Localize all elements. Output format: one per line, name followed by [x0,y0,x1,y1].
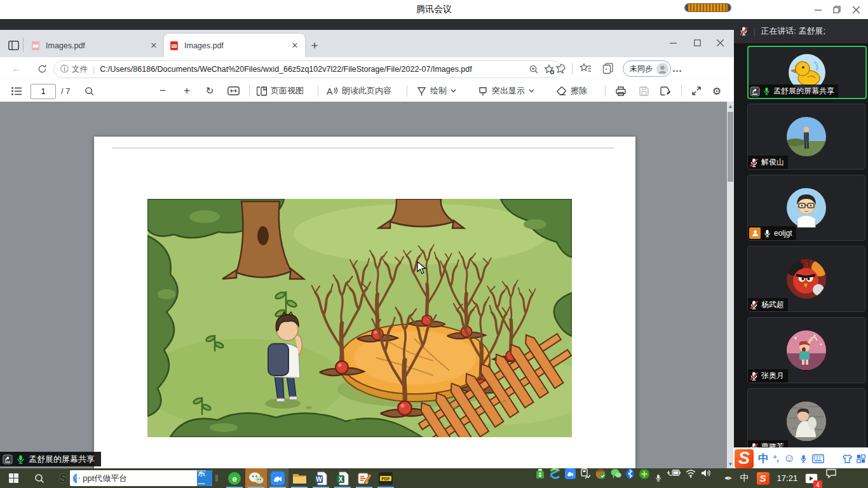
tray-wifi-icon[interactable] [685,468,696,488]
refresh-icon[interactable] [33,60,51,78]
collections-icon[interactable] [602,63,614,74]
taskbar-app-file-explorer[interactable] [288,468,310,488]
taskbar-app-tencent-meeting[interactable] [267,468,288,488]
mic-muted-icon[interactable] [739,26,749,36]
pdf-content-area[interactable] [0,102,727,468]
save-icon[interactable] [634,82,653,100]
screen-share-banner[interactable]: 孟舒展的屏幕共享 [0,452,101,466]
taskbar-search-icon[interactable] [27,468,52,488]
participant-tile[interactable]: 张奥月 [747,317,865,383]
tray-speaker-icon[interactable] [701,468,712,488]
info-icon[interactable]: ⓘ [60,64,69,75]
erase-button[interactable]: 擦除 [557,82,587,100]
meeting-minimize-button[interactable] [808,2,827,17]
zoom-page-icon[interactable] [529,64,539,74]
tray-usb-eject-icon[interactable] [580,468,590,488]
save-as-icon[interactable] [656,82,675,100]
tray-microphone-icon[interactable] [654,468,662,488]
tray-360-antivirus-icon[interactable] [639,468,650,488]
tray-usb-drive-icon[interactable] [536,468,545,488]
favorites-list-icon[interactable] [580,63,592,74]
fullscreen-icon[interactable] [688,82,705,100]
voice-input-icon[interactable] [799,454,808,464]
taskbar-app-word[interactable]: W [310,468,332,488]
tab-actions-icon[interactable] [6,37,20,53]
page-view-button[interactable]: 页面视图 [257,82,304,100]
emoji-icon[interactable]: ☺ [783,452,795,465]
scrollbar-thumb[interactable] [728,112,733,182]
new-tab-button[interactable]: + [306,37,323,54]
taskbar-app-excel[interactable]: X [332,468,353,488]
toc-icon[interactable] [8,82,25,100]
tray-meeting-icon[interactable] [565,468,576,488]
toolbox-grid-icon[interactable] [857,454,865,463]
back-icon[interactable]: ← [8,60,25,78]
print-icon[interactable] [611,82,630,100]
chevron-down-icon[interactable] [529,89,534,93]
account-icon[interactable] [829,454,838,463]
participant-tile[interactable]: 孟舒展的屏幕共享 [747,46,867,99]
browser-minimize-button[interactable] [661,35,685,50]
draw-button[interactable]: 绘制 [417,82,456,100]
address-field[interactable]: ⓘ 文件 | C:/Users/86186/Documents/WeChat%2… [53,60,562,78]
taskbar-search-input[interactable] [80,473,197,483]
tray-wechat-icon[interactable] [611,468,621,488]
participant-tile[interactable]: eoljgt [747,175,865,241]
tray-sogou-icon[interactable] [549,468,560,488]
ime-punctuation-icon[interactable]: °, [773,454,779,463]
media-app-tray-icon[interactable]: 4 [805,468,818,488]
tray-bluetooth-icon[interactable] [626,468,634,488]
browser-tab-inactive[interactable]: Images.pdf ✕ [25,34,164,57]
browser-maximize-button[interactable] [685,35,709,50]
search-go-button[interactable]: 搜索一下 [197,470,212,486]
search-document-icon[interactable] [80,82,98,100]
taskbar-app-wechat[interactable] [245,468,267,488]
avatar-angry-bird [787,259,826,299]
windows-ink-pen-icon[interactable]: ✒ [724,468,733,488]
tab-close-icon[interactable]: ✕ [290,41,300,51]
profile-sync-pill[interactable]: 未同步 [623,60,671,77]
browser-close-button[interactable] [709,35,731,50]
read-aloud-button[interactable]: A 朗读此页内容 [327,82,391,100]
ime-indicator[interactable]: 中 [740,468,749,488]
zoom-out-icon[interactable]: − [154,82,172,100]
participant-tile[interactable]: 曹腾芳 [747,388,865,454]
meeting-close-button[interactable] [846,2,865,17]
settings-gear-icon[interactable]: ⚙ [708,82,726,100]
more-menu-icon[interactable]: … [668,60,686,78]
taskbar-clock[interactable]: 17:21 [777,468,798,488]
tab-close-icon[interactable]: ✕ [149,41,159,51]
ime-mode-chinese[interactable]: 中 [758,451,769,466]
ime-toolbar: S 中 °, ☺ [733,447,868,470]
extension-shard-icon[interactable] [555,63,567,74]
keyboard-icon[interactable] [812,454,824,463]
browser-window: Images.pdf ✕ PDF Images.pdf ✕ + ← ⓘ 文件 |… [0,30,734,468]
participant-tile[interactable]: 解俊山 [747,104,865,170]
zoom-in-icon[interactable]: + [178,82,196,100]
participant-tile[interactable]: 杨武超 [747,246,865,312]
highlighter-icon [478,86,488,96]
taskbar-app-green-browser[interactable]: e [224,468,245,488]
highlight-button[interactable]: 突出显示 [478,82,534,100]
chevron-down-icon[interactable] [451,89,456,93]
add-favorite-icon[interactable] [544,64,555,74]
tray-battery-icon[interactable] [667,468,681,488]
skin-shirt-icon[interactable] [843,454,852,463]
page-view-label: 页面视图 [271,85,304,97]
pdf-scrollbar[interactable]: ▲ ▼ [727,102,734,468]
scroll-up-icon[interactable]: ▲ [727,102,734,111]
tray-360-safe-icon[interactable] [595,468,606,488]
sogou-tray-icon[interactable]: S [757,472,770,485]
start-button[interactable] [0,468,27,488]
browser-tab-active[interactable]: PDF Images.pdf ✕ [164,34,305,57]
page-number-input[interactable] [31,84,56,99]
avatar-child-photo [787,402,826,441]
taskbar-app-pdf-reader[interactable]: PDF [375,468,397,488]
rotate-icon[interactable]: ↻ [201,82,219,100]
taskbar-app-notes[interactable] [353,468,375,488]
sogou-logo-icon[interactable]: S [735,449,754,468]
meeting-restore-button[interactable] [827,2,846,17]
taskbar-web-search-box[interactable]: e 搜索一下 [70,470,212,486]
action-center-icon[interactable] [825,468,837,488]
fit-width-icon[interactable] [224,82,243,100]
